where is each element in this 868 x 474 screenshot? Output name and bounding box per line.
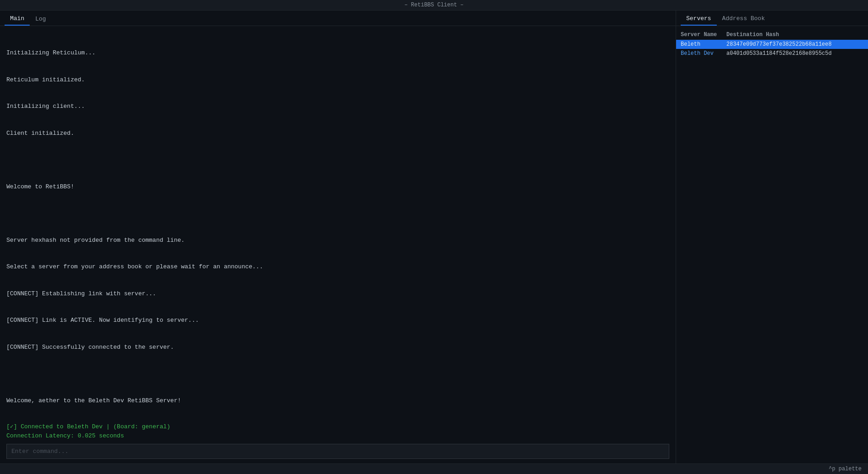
terminal-line: Reticulum initialized.: [6, 75, 669, 85]
terminal-line: Initializing Reticulum...: [6, 48, 669, 58]
terminal-line: Server hexhash not provided from the com…: [6, 236, 669, 245]
server-row[interactable]: Beleth Dev a0401d0533a1184f528e2168e8955…: [676, 49, 868, 58]
tab-address-book[interactable]: Address Book: [717, 13, 771, 26]
terminal-line: [6, 155, 669, 165]
terminal-line: [CONNECT] Establishing link with server.…: [6, 289, 669, 298]
app-title: – RetiBBS Client –: [404, 2, 464, 8]
terminal-line: [6, 369, 669, 378]
servers-table: Server Name Destination Hash Beleth 2834…: [676, 26, 868, 463]
command-input[interactable]: [6, 444, 669, 459]
terminal-line: Initializing client...: [6, 102, 669, 111]
server-name: Beleth Dev: [681, 50, 726, 57]
main-content: Main Log Initializing Reticulum... Retic…: [0, 11, 868, 463]
tab-bar: Main Log: [0, 11, 676, 26]
header-server-name: Server Name: [681, 32, 726, 38]
table-header: Server Name Destination Hash: [676, 30, 868, 40]
tab-main[interactable]: Main: [5, 13, 30, 26]
bottom-bar: ^p palette: [0, 463, 868, 474]
terminal-line: Client initialized.: [6, 129, 669, 138]
terminal-line: [CONNECT] Successfully connected to the …: [6, 343, 669, 352]
terminal-line: Welcome, aether to the Beleth Dev RetiBB…: [6, 396, 669, 405]
status-line-1: [✓] Connected to Beleth Dev | (Board: ge…: [6, 422, 669, 431]
shortcut-label: ^p palette: [829, 466, 862, 472]
server-name: Beleth: [681, 41, 726, 48]
server-row[interactable]: Beleth 28347e09d773ef37e382522b68a11ee8: [676, 40, 868, 49]
tab-servers[interactable]: Servers: [681, 13, 717, 26]
terminal-line: [6, 209, 669, 218]
right-tabs: Servers Address Book: [676, 11, 868, 26]
terminal-line: Welcome to RetiBBS!: [6, 182, 669, 192]
terminal-panel: Main Log Initializing Reticulum... Retic…: [0, 11, 676, 463]
terminal-output: Initializing Reticulum... Reticulum init…: [0, 26, 676, 420]
server-hash: 28347e09d773ef37e382522b68a11ee8: [726, 41, 863, 48]
status-bar: [✓] Connected to Beleth Dev | (Board: ge…: [0, 420, 676, 441]
server-hash: a0401d0533a1184f528e2168e8955c5d: [726, 50, 863, 57]
tab-log[interactable]: Log: [30, 14, 51, 25]
right-panel: Servers Address Book Server Name Destina…: [676, 11, 868, 463]
header-destination-hash: Destination Hash: [726, 32, 863, 38]
input-area: [0, 441, 676, 463]
terminal-line: [CONNECT] Link is ACTIVE. Now identifyin…: [6, 316, 669, 325]
status-line-2: Connection Latency: 0.025 seconds: [6, 431, 669, 441]
title-bar: – RetiBBS Client –: [0, 0, 868, 11]
terminal-line: Select a server from your address book o…: [6, 262, 669, 272]
